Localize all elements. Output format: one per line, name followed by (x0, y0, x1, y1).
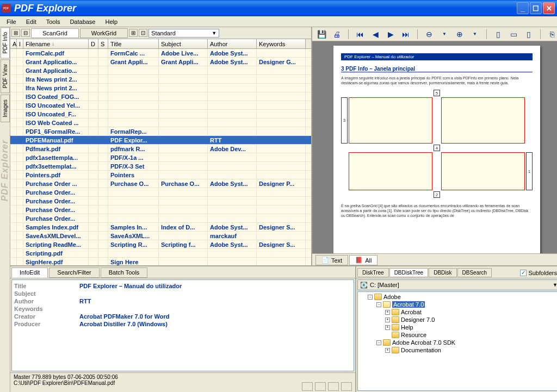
expand-icon[interactable]: + (385, 325, 390, 330)
vtab-images[interactable]: Images (1, 95, 10, 122)
table-row[interactable]: Purchase Order... (10, 214, 311, 223)
table-row[interactable]: FormCalc.pdfFormCalc ...Adobe Live...Ado… (10, 49, 311, 58)
print-icon[interactable]: 🖨 (331, 29, 343, 40)
last-page-icon[interactable]: ⏭ (400, 29, 412, 40)
table-row[interactable]: Grant Applicatio... (10, 66, 311, 75)
table-row[interactable]: ISO Web Coated ... (10, 119, 311, 127)
tree-node[interactable]: -Adobe (359, 293, 557, 301)
table-row[interactable]: SaveAsXMLDevel...SaveAsXML...marckauf (10, 232, 311, 240)
close-button[interactable]: ✕ (543, 2, 555, 14)
table-row[interactable]: SignHere.pdfSign Here (10, 258, 311, 265)
grid-tool-4[interactable]: ⊡ (139, 29, 147, 37)
col-i[interactable]: I (17, 39, 23, 48)
col-d[interactable]: D (89, 39, 98, 48)
table-row[interactable]: Pdfmark.pdfpdfmark R...Adobe Dev... (10, 145, 311, 153)
tree-node[interactable]: +Acrobat (359, 308, 557, 316)
grid-tool-1[interactable]: ⊞ (11, 29, 20, 37)
expand-icon[interactable]: + (385, 318, 390, 322)
subfolders-check[interactable]: ✓Subfolders (520, 270, 557, 276)
ptab-all[interactable]: 📕All (349, 255, 377, 265)
table-row[interactable]: Samples Index.pdfSamples In...Index of D… (10, 223, 311, 232)
table-row[interactable]: Purchase Order... (10, 206, 311, 214)
menu-help[interactable]: Help (101, 17, 122, 26)
col-title[interactable]: Title (108, 39, 159, 48)
expand-icon[interactable]: + (385, 348, 390, 353)
maximize-button[interactable]: ☐ (530, 2, 542, 14)
table-row[interactable]: Purchase Order ...Purchase O...Purchase … (10, 179, 311, 188)
table-row[interactable]: Scripting.pdf (10, 249, 311, 258)
page-icon-1[interactable]: ▯ (492, 29, 504, 40)
menu-database[interactable]: Database (65, 17, 100, 26)
minimize-button[interactable]: _ (517, 2, 529, 14)
copy-icon[interactable]: ⎘ (546, 29, 557, 40)
table-row[interactable]: Grant Applicatio...Grant Appli...Grant A… (10, 58, 311, 66)
ptab-text[interactable]: 📄Text (315, 255, 348, 265)
page-icon-3[interactable]: ▯ (523, 29, 535, 40)
col-author[interactable]: Author (208, 39, 257, 48)
col-subject[interactable]: Subject (159, 39, 208, 48)
col-s[interactable]: S (98, 39, 108, 48)
next-page-icon[interactable]: ▶ (385, 29, 397, 40)
menu-edit[interactable]: Edit (22, 17, 41, 26)
tree-node[interactable]: +Documentation (359, 346, 557, 354)
vtab-pdf-view[interactable]: PDF View (1, 59, 10, 93)
expand-icon[interactable]: - (376, 340, 381, 345)
col-a[interactable]: A (10, 39, 17, 48)
status-btn-2[interactable] (315, 382, 326, 391)
tree-node[interactable]: +Help (359, 323, 557, 331)
table-row[interactable]: Purchase Order... (10, 197, 311, 206)
menu-file[interactable]: File (2, 17, 21, 26)
status-btn-3[interactable] (328, 382, 339, 391)
table-row[interactable]: pdfx1asettempla...PDF/X-1a ... (10, 153, 311, 162)
info-box[interactable]: TitlePDF Explorer – Manual do utilizador… (11, 279, 354, 371)
zoom-out-icon[interactable]: ⊖ (423, 29, 435, 40)
trtab-dbdisk[interactable]: DBDisk (429, 268, 456, 277)
table-row[interactable]: Pointers.pdfPointers (10, 171, 311, 179)
col-filename[interactable]: Filename ↓ (23, 39, 89, 48)
trtab-dbdisktree[interactable]: DBDiskTree (389, 268, 429, 277)
tree-node[interactable]: -Adobe Acrobat 7.0 SDK (359, 339, 557, 346)
drive-header[interactable]: 💽 C: [Master] ▼ (357, 279, 557, 290)
tab-workgrid[interactable]: WorkGrid (80, 28, 128, 38)
layout-combo[interactable]: Standard▼ (148, 29, 219, 38)
table-row[interactable]: pdfx3settemplat...PDF/X-3 Set (10, 162, 311, 171)
col-keywords[interactable]: Keywords (257, 39, 306, 48)
grid-tool-2[interactable]: ⊟ (21, 29, 30, 37)
table-row[interactable]: Ifra News print 2... (10, 75, 311, 84)
status-btn-4[interactable] (341, 382, 352, 391)
status-btn-1[interactable] (302, 382, 313, 391)
zoom-dropdown-1[interactable]: ▼ (438, 29, 450, 40)
prev-page-icon[interactable]: ◀ (369, 29, 381, 40)
vtab-pdf-info[interactable]: PDF Info (1, 27, 10, 58)
tree-node[interactable]: -Acrobat 7.0 (359, 301, 557, 308)
table-row[interactable]: Ifra News print 2... (10, 84, 311, 92)
expand-icon[interactable]: + (385, 310, 390, 315)
btab-batch[interactable]: Batch Tools (101, 267, 148, 278)
tree-node[interactable]: Resource (359, 331, 557, 339)
tree-node[interactable]: +Designer 7.0 (359, 316, 557, 323)
trtab-dbsearch[interactable]: DBSearch (457, 268, 492, 277)
menu-tools[interactable]: Tools (42, 17, 65, 26)
btab-infoedit[interactable]: InfoEdit (11, 267, 48, 278)
first-page-icon[interactable]: ⏮ (354, 29, 366, 40)
grid-body[interactable]: FormCalc.pdfFormCalc ...Adobe Live...Ado… (10, 49, 311, 265)
page-icon-2[interactable]: ▭ (508, 29, 519, 40)
table-row[interactable]: ISO Uncoated Yel... (10, 101, 311, 110)
table-row[interactable]: ISO Uncoated_F... (10, 110, 311, 119)
expand-icon[interactable]: - (376, 302, 381, 307)
expand-icon[interactable]: - (368, 295, 373, 300)
table-row[interactable]: PDF1_6FormalRe...FormalRep... (10, 127, 311, 136)
btab-search[interactable]: Search/Filter (49, 267, 99, 278)
trtab-disktree[interactable]: DiskTree (357, 268, 389, 277)
table-row[interactable]: Purchase Order... (10, 188, 311, 197)
table-row[interactable]: Scripting ReadMe...Scripting R...Scripti… (10, 240, 311, 249)
grid-tool-3[interactable]: ⊞ (129, 29, 138, 37)
zoom-in-icon[interactable]: ⊕ (454, 29, 466, 40)
zoom-dropdown-2[interactable]: ▼ (469, 29, 481, 40)
save-icon[interactable]: 💾 (315, 29, 327, 40)
table-row[interactable]: ISO Coated_FOG... (10, 92, 311, 101)
tab-scangrid[interactable]: ScanGrid (31, 28, 79, 38)
table-row[interactable]: PDFEManual.pdfPDF Explor...RTT (10, 136, 311, 145)
page-preview[interactable]: PDF Explorer – Manual do utilizador 3 PD… (312, 41, 557, 253)
folder-tree[interactable]: -Adobe-Acrobat 7.0+Acrobat+Designer 7.0+… (357, 291, 557, 391)
